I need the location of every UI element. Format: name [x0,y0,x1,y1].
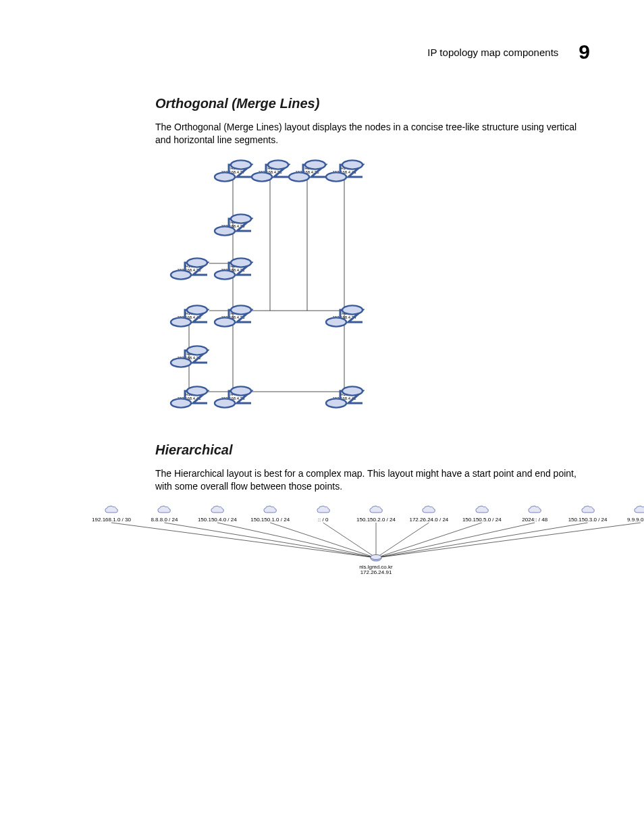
section-heading-orthogonal: Orthogonal (Merge Lines) [155,96,590,111]
topology-node: H5192.168.4.37 [213,159,253,175]
svg-point-29 [342,305,363,314]
topology-node: H3192.168.4.32 [169,344,209,361]
subnet-label: 150.150.4.0 / 24 [194,517,241,523]
svg-point-26 [215,317,235,326]
svg-point-25 [187,305,207,314]
switch-icon [265,159,275,165]
svg-line-38 [111,523,376,558]
subnet-node: 8.8.8.0 / 24 [140,505,188,523]
svg-point-33 [187,386,207,395]
subnet-label: 172.26.24.0 / 24 [405,517,452,523]
svg-point-11 [231,160,251,169]
subnet-node: 2024:: / 48 [511,505,558,523]
chapter-number: 9 [579,41,590,63]
subnet-label: 8.8.8.0 / 24 [140,517,188,523]
cloud-icon [527,505,542,516]
cloud-icon [633,505,644,516]
cloud-icon [475,505,489,516]
router-icon [370,554,382,563]
svg-line-39 [164,523,376,558]
svg-point-31 [187,346,207,355]
topology-node: H13192.168.4.42 [324,385,365,401]
svg-point-15 [305,160,325,169]
svg-point-23 [231,258,251,267]
topology-node: H6192.168.4.34 [324,304,365,320]
subnet-node: 150.150.1.0 / 24 [246,505,294,523]
cloud-icon [421,505,436,516]
topology-node: H9192.168.4.39 [213,213,253,229]
svg-point-17 [342,160,363,169]
svg-point-32 [171,398,191,407]
svg-point-21 [187,258,207,267]
switch-icon [339,385,350,392]
switch-icon [302,159,313,165]
switch-icon [184,385,194,392]
topology-node: H14192.168.4.43 [324,159,365,175]
switch-icon [184,257,194,263]
topology-node: H12192.168.4.41 [169,385,209,401]
topology-node: H2192.168.4.31 [213,257,253,273]
svg-point-19 [231,214,251,223]
switch-icon [339,304,350,311]
subnet-label: 150.150.2.0 / 24 [352,517,400,523]
hier-center-ip: 172.26.24.91 [352,570,400,576]
svg-point-12 [252,172,272,181]
svg-line-46 [376,523,535,558]
section-body-hierarchical: The Hierarchical layout is best for a co… [155,467,590,493]
subnet-node: 9.9.9.0 / 24 [617,505,644,523]
svg-point-28 [326,317,346,326]
subnet-node: 192.168.1.0 / 30 [88,505,135,523]
svg-point-13 [268,160,288,169]
svg-line-42 [323,523,376,558]
cloud-icon [581,505,595,516]
switch-icon [184,304,194,311]
section-heading-hierarchical: Hierarchical [155,442,590,458]
cloud-icon [369,505,383,516]
switch-icon [227,304,238,311]
svg-point-22 [215,270,235,279]
switch-icon [227,385,238,392]
subnet-node: 150.150.5.0 / 24 [458,505,506,523]
svg-point-36 [326,398,346,407]
svg-point-35 [231,386,251,395]
switch-icon [227,213,238,219]
svg-line-40 [217,523,376,558]
subnet-label: 150.150.3.0 / 24 [564,517,612,523]
cloud-icon [263,505,277,516]
subnet-label: 150.150.5.0 / 24 [458,517,506,523]
switch-icon [227,257,238,263]
topology-node: H4192.168.4.33 [213,385,253,401]
orthogonal-diagram: H5192.168.4.37H1192.168.4.38H8192.168.4.… [155,159,412,409]
svg-point-14 [289,172,309,181]
subnet-label: :: / 0 [300,517,347,523]
svg-point-34 [215,398,235,407]
topology-node: H1192.168.4.38 [250,159,290,175]
subnet-node: :: / 0 [300,505,347,523]
cloud-icon [210,505,225,516]
svg-point-16 [326,172,346,181]
subnet-label: 9.9.9.0 / 24 [617,517,644,523]
svg-point-10 [215,172,235,181]
svg-line-45 [376,523,482,558]
switch-icon [339,159,350,165]
hierarchical-diagram: 192.168.1.0 / 308.8.8.0 / 24150.150.4.0 … [81,505,563,586]
svg-point-27 [231,305,251,314]
svg-line-47 [376,523,588,558]
cloud-icon [157,505,171,516]
subnet-label: 150.150.1.0 / 24 [246,517,294,523]
subnet-node: 150.150.3.0 / 24 [564,505,612,523]
svg-point-37 [342,386,363,395]
cloud-icon [104,505,119,516]
svg-point-24 [171,317,191,326]
svg-line-41 [270,523,376,558]
hier-center-node: nis.lgmd.co.kr 172.26.24.91 [352,554,400,577]
subnet-label: 2024:: / 48 [511,517,558,523]
page-header-title: IP topology map components [427,47,558,58]
topology-node: H11192.168.4.40 [169,304,209,320]
switch-icon [184,344,194,351]
topology-node: H7192.168.4.36 [213,304,253,320]
subnet-node: 150.150.4.0 / 24 [194,505,241,523]
svg-point-18 [215,226,235,235]
svg-point-50 [371,554,381,559]
subnet-label: 192.168.1.0 / 30 [88,517,135,523]
